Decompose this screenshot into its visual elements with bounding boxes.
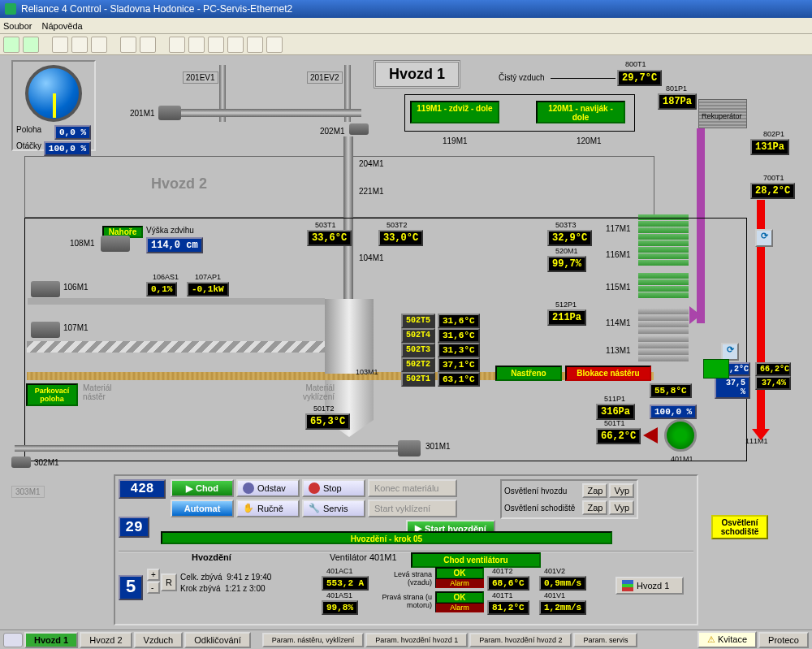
osv-schod-zap[interactable]: Zap (582, 500, 607, 515)
801P1-value: 187Pa (658, 93, 697, 110)
tab-param4[interactable]: Param. servis (573, 633, 637, 647)
wrench-icon: 🔧 (309, 503, 320, 514)
tb-icon-5[interactable] (140, 37, 156, 53)
202M1-label: 202M1 (320, 127, 345, 136)
512P1-label: 512P1 (555, 301, 577, 309)
tab-hvozd1[interactable]: Hvozd 1 (24, 632, 78, 648)
app-icon (5, 3, 16, 15)
servis-button[interactable]: 🔧Servis (302, 500, 365, 517)
tb-icon-4[interactable] (120, 37, 136, 53)
tab-hvozd2[interactable]: Hvozd 2 (80, 632, 132, 648)
stop-button[interactable]: Stop (302, 479, 365, 497)
tab-proteco[interactable]: Proteco (758, 632, 809, 648)
tab-strip: Hvozd 1 Hvozd 2 Vzduch Odkličování Param… (0, 630, 812, 649)
106M1-label: 106M1 (63, 283, 89, 292)
arrow-red-fan (643, 427, 658, 443)
401T2-label: 401T2 (492, 567, 513, 575)
tb-back[interactable] (3, 37, 19, 53)
511P1-value: 316Pa (596, 404, 635, 420)
503T1-value: 33,6°C (307, 230, 352, 246)
louvers-114 (638, 309, 689, 334)
nastreno-status: Nastřeno (495, 366, 562, 381)
tab-kvitace[interactable]: ⚠ Kvitace (698, 631, 757, 648)
quad4: 37,4% (755, 376, 791, 390)
502T5-value: 31,6°C (438, 314, 480, 328)
step-R[interactable]: R (161, 573, 177, 591)
800T1-label: 800T1 (625, 60, 646, 68)
107M1-label: 107M1 (63, 323, 89, 332)
tb-icon-8[interactable] (227, 37, 244, 53)
502T5-label: 502T5 (401, 314, 435, 328)
108M1-label: 108M1 (70, 239, 95, 248)
tb-icon-2[interactable] (71, 37, 88, 53)
tb-icon-6[interactable] (188, 37, 205, 53)
rucne-button[interactable]: ✋Ručně (236, 500, 300, 517)
tb-chart-icon[interactable] (169, 37, 185, 53)
osv-schod-vyp[interactable]: Vyp (609, 500, 634, 515)
hand-icon: ✋ (243, 503, 254, 514)
track-106 (28, 298, 325, 305)
401V2-value: 0,9mm/s (539, 576, 586, 591)
115M1-label: 115M1 (606, 283, 631, 292)
leva-ok: OK (435, 567, 484, 579)
tb-icon-7[interactable] (208, 37, 224, 53)
position-gauge (25, 65, 82, 122)
step-bar: Hvozdění - krok 05 (161, 531, 612, 544)
otacky-value: 100,0 % (44, 141, 91, 156)
control-panel: 428 ▶Chod Odstav Stop Konec materiálu Au… (114, 474, 698, 625)
120M1-label: 120M1 (577, 136, 602, 145)
tb-icon-1[interactable] (52, 37, 68, 53)
park-status: Parkovací poloha (26, 383, 78, 406)
odstav-button[interactable]: Odstav (236, 479, 300, 497)
hvozd1-chart-button[interactable]: Hvozd 1 (615, 577, 684, 595)
502T2-label: 502T2 (401, 357, 435, 372)
tab-vzduch[interactable]: Vzduch (134, 632, 184, 648)
401AC1-value: 553,2 A (322, 576, 369, 591)
menu-help[interactable]: Nápověda (41, 21, 82, 31)
tab-param3[interactable]: Param. hvozdění hvozd 2 (469, 633, 572, 647)
502T1-label: 502T1 (401, 372, 435, 387)
501T1-label: 501T1 (604, 419, 625, 427)
arrow-purple-head (689, 306, 701, 324)
pipe (158, 109, 361, 117)
tb-icon-3[interactable] (91, 37, 107, 53)
tb-icon-9[interactable] (247, 37, 263, 53)
chod-button[interactable]: ▶Chod (171, 479, 234, 497)
hvozdeni-label: Hvozdění (192, 552, 231, 562)
step-plus[interactable]: + (147, 569, 160, 581)
vyska-value: 114,0 cm (146, 237, 203, 253)
krok-val: 1:21 z 3:00 (225, 584, 265, 593)
401T1-value: 81,2°C (487, 600, 529, 615)
seq-display: 29 (119, 517, 149, 538)
refresh-icon-2[interactable]: ⟳ (721, 343, 739, 361)
konec-button[interactable]: Konec materiálu (368, 479, 457, 497)
toolbar (0, 34, 812, 55)
401T2-value: 68,6°C (487, 576, 529, 591)
osv-hvozdu-zap[interactable]: Zap (582, 483, 607, 498)
automat-button[interactable]: Automat (171, 500, 234, 517)
osv-hvozdu-vyp[interactable]: Vyp (609, 483, 634, 498)
step-minus[interactable]: - (147, 582, 160, 594)
tab-odklicovani[interactable]: Odkličování (184, 632, 250, 648)
tab-param1[interactable]: Param. nástěru, vyklízení (262, 633, 365, 647)
502-stack: 502T531,6°C 502T431,6°C 502T331,3°C 502T… (401, 314, 480, 387)
tb-icon-10[interactable] (266, 37, 283, 53)
stop-icon (309, 482, 320, 494)
107AP1-label: 107AP1 (195, 273, 221, 281)
tb-fwd[interactable] (23, 37, 39, 53)
chod-vent-status: Chod ventilátoru (411, 552, 541, 568)
tab-param2[interactable]: Param. hvozdění hvozd 1 (365, 633, 468, 647)
start-vyklizeni-button[interactable]: Start vyklízení (368, 500, 457, 517)
louvers-116 (638, 240, 689, 266)
401V1-value: 1,2mm/s (539, 600, 586, 615)
window-title: Reliance 4 Control - Sladovna Hodonice -… (21, 3, 292, 15)
201EV1-label: 201EV1 (183, 71, 218, 84)
refresh-icon-1[interactable]: ⟳ (755, 229, 773, 247)
116M1-label: 116M1 (606, 250, 631, 259)
119M1-status: 119M1 - zdviž - dole (410, 101, 499, 123)
503T1-label: 503T1 (315, 221, 336, 229)
poloha-label: Poloha (16, 125, 41, 140)
512P1-value: 211Pa (547, 309, 586, 326)
502T2-value: 37,1°C (438, 357, 480, 372)
menu-file[interactable]: Soubor (3, 21, 32, 31)
